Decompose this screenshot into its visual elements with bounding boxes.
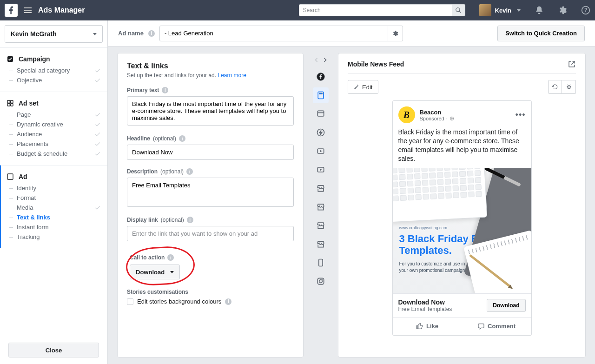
nav-item[interactable]: Page [7,110,101,119]
nav-item[interactable]: Placements [7,139,101,149]
search-button[interactable] [452,4,465,16]
rail-desktop-feed[interactable] [313,106,329,122]
search-input[interactable] [299,4,452,16]
editor-card: Text & links Set up the text and links f… [117,53,304,357]
main-pane: Ad name i Switch to Quick Creation Text … [108,20,595,364]
main-header: Ad name i Switch to Quick Creation [108,20,595,46]
link-title: Download Now [398,298,452,306]
help-icon[interactable]: ? [581,6,590,15]
info-icon[interactable]: i [187,217,193,223]
left-sidebar: Kevin McGrath Campaign Special ad catego… [0,20,108,364]
info-icon[interactable]: i [179,135,185,142]
user-menu[interactable]: Kevin [479,4,521,16]
learn-more-link[interactable]: Learn more [218,72,246,79]
gear-icon[interactable] [558,6,567,15]
brand-name: Beacon [420,109,454,116]
nav-item-active[interactable]: Text & links [7,212,101,222]
svg-rect-7 [7,104,10,106]
svg-rect-8 [11,104,13,106]
nav-group-adset: Ad set Page Dynamic creative Audience Pl… [0,92,107,165]
switch-creation-button[interactable]: Switch to Quick Creation [497,26,585,41]
headline-input[interactable] [127,145,294,160]
primary-text-input[interactable]: Black Friday is the most important time … [127,96,294,126]
nav-group-ad: Ad Identity Format Media Text & links In… [0,165,107,248]
rail-mobile-feed[interactable] [313,87,329,103]
rail-stories[interactable] [313,255,329,271]
description-input[interactable]: Free Email Templates [127,178,294,207]
rail-marketplace-4[interactable] [313,236,329,252]
ad-name-input[interactable] [160,30,388,37]
nav-item[interactable]: Dynamic creative [7,119,101,129]
facebook-logo[interactable] [5,4,18,17]
post-menu-icon[interactable]: ••• [516,110,526,120]
chevron-left-icon[interactable] [314,57,319,63]
refresh-icon [552,84,558,90]
facebook-circle-icon [316,72,325,81]
rail-instream-mobile[interactable] [313,143,329,159]
ad-name-field [159,26,403,41]
rail-marketplace-2[interactable] [313,199,329,215]
stories-checkbox[interactable] [127,298,133,305]
user-name: Kevin [495,7,511,14]
ad-preview: B Beacon Sponsored · ••• Black Friday is… [392,100,532,336]
nav-item[interactable]: Media [7,203,101,212]
debug-button[interactable] [562,80,576,94]
creative-subtext: For you to customize and use in your own… [399,261,474,273]
nav-item[interactable]: Format [7,193,101,203]
globe-icon [450,116,454,121]
hamburger-icon[interactable] [24,7,32,13]
nav-item[interactable]: Tracking [7,232,101,242]
preview-edit-button[interactable]: Edit [348,80,378,94]
like-button[interactable]: Like [393,318,462,335]
rail-instant-articles[interactable] [313,125,329,140]
cta-preview-button[interactable]: Download [487,299,525,312]
nav-group-campaign: Campaign Special ad category Objective [0,47,107,92]
ad-icon [7,173,14,180]
rail-instagram[interactable] [313,273,329,289]
cta-label: Call to action [130,254,165,261]
nav-item[interactable]: Budget & schedule [7,149,101,159]
checkmark-icon [94,112,101,118]
ad-creative: www.craftcopywriting.com 3 Black Friday … [393,168,531,293]
feed-mobile-icon [316,91,325,100]
stories-checkbox-label: Edit stories background colours [137,298,221,305]
bell-icon[interactable] [535,6,544,15]
headline-label: Headline [127,135,150,142]
storefront-icon [316,221,325,230]
storefront-icon [316,202,325,212]
nav-item[interactable]: Instant form [7,222,101,232]
section-title: Text & links [127,62,294,70]
svg-text:?: ? [584,7,587,13]
preview-card: Mobile News Feed Edit [338,53,586,357]
rail-marketplace-1[interactable] [313,180,329,196]
primary-text-label: Primary text [127,87,159,93]
nav-item[interactable]: Special ad category [7,66,101,75]
refresh-button[interactable] [548,80,562,94]
avatar [479,4,491,16]
cta-selected: Download [136,269,165,276]
cta-dropdown[interactable]: Download [130,265,180,279]
info-icon[interactable]: i [186,168,193,175]
external-link-icon[interactable] [568,60,576,68]
comment-button[interactable]: Comment [462,318,531,335]
info-icon[interactable]: i [162,87,168,93]
nav-item[interactable]: Identity [7,183,101,193]
chevron-right-icon[interactable] [322,57,328,63]
rail-marketplace-3[interactable] [313,218,329,233]
nav-item[interactable]: Audience [7,129,101,139]
ad-name-settings-button[interactable] [388,26,403,41]
nav-item[interactable]: Objective [7,75,101,85]
display-link-input[interactable] [127,226,294,241]
close-button[interactable]: Close [8,343,99,357]
info-icon[interactable]: i [148,30,155,37]
rail-instream-desktop[interactable] [313,162,329,178]
info-icon[interactable]: i [225,298,231,305]
search-icon [455,7,462,13]
account-selector[interactable]: Kevin McGrath [5,25,103,43]
svg-rect-12 [319,93,323,94]
rail-facebook[interactable] [313,69,329,85]
info-icon[interactable]: i [167,254,174,261]
adset-icon [7,99,14,107]
app-title: Ads Manager [38,6,85,14]
svg-line-1 [459,11,461,13]
